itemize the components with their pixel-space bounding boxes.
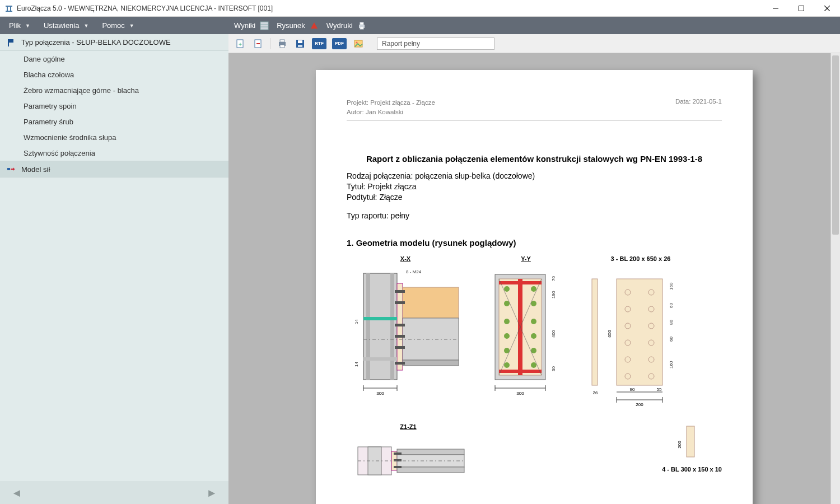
- svg-text:160: 160: [669, 361, 674, 368]
- svg-rect-45: [395, 346, 405, 349]
- topbar-drawing[interactable]: Rysunek: [277, 21, 319, 30]
- svg-rect-58: [499, 281, 542, 284]
- svg-text:200: 200: [636, 402, 643, 407]
- svg-point-66: [504, 333, 510, 339]
- svg-rect-19: [360, 27, 363, 29]
- menu-file[interactable]: Plik▼: [3, 19, 36, 32]
- svg-rect-44: [395, 335, 405, 338]
- svg-text:＋: ＋: [237, 41, 243, 47]
- svg-point-68: [504, 348, 510, 353]
- minimize-button[interactable]: [763, 0, 788, 17]
- svg-rect-113: [397, 449, 464, 455]
- svg-text:8 - M24: 8 - M24: [406, 269, 422, 274]
- remove-page-icon[interactable]: [252, 38, 264, 50]
- drawing-plate4: 200 4 - BL 300 x 150 x 10: [662, 423, 722, 478]
- scrollbar-thumb[interactable]: [832, 55, 839, 235]
- svg-text:14: 14: [354, 361, 359, 366]
- svg-text:190: 190: [551, 291, 556, 298]
- svg-text:650: 650: [607, 329, 612, 337]
- svg-text:30: 30: [551, 366, 556, 371]
- sidebar-item-endplate[interactable]: Blacha czołowa: [0, 67, 228, 82]
- image-icon[interactable]: [352, 38, 365, 50]
- sidebar-header-force-model[interactable]: Model sił: [0, 161, 228, 178]
- svg-text:14: 14: [354, 319, 359, 324]
- svg-text:80: 80: [669, 319, 674, 324]
- svg-rect-9: [8, 39, 13, 43]
- svg-rect-38: [403, 360, 459, 366]
- svg-text:400: 400: [551, 330, 556, 338]
- sidebar: Typ połączenia - SŁUP-BELKA DOCZOŁOWE Da…: [0, 34, 228, 482]
- topbar-results[interactable]: Wyniki: [234, 21, 269, 30]
- report-kind: Rodzaj połączenia: połączenia słup-belka…: [347, 171, 722, 180]
- svg-rect-0: [6, 6, 12, 7]
- svg-text:90: 90: [630, 387, 635, 392]
- document-viewport[interactable]: Projekt: Projekt złącza - Złącze Autor: …: [228, 53, 840, 504]
- sidebar-item-weld-params[interactable]: Parametry spoin: [0, 98, 228, 114]
- sidebar-item-web-reinforcement[interactable]: Wzmocnienie środnika słupa: [0, 129, 228, 145]
- window-title: EuroZłącza 5.0 - WEWNĘTRZNA, NIEKOMERCYJ…: [17, 4, 273, 12]
- maximize-button[interactable]: [788, 0, 814, 17]
- sidebar-item-bolt-params[interactable]: Parametry śrub: [0, 114, 228, 129]
- left-panel: Plik▼ Ustawienia▼ Pomoc▼ Typ połączenia …: [0, 17, 228, 504]
- export-pdf-button[interactable]: PDF: [332, 38, 347, 49]
- svg-text:26: 26: [593, 390, 598, 395]
- svg-rect-18: [360, 22, 363, 25]
- chevron-down-icon: ▼: [83, 23, 88, 29]
- svg-rect-84: [617, 279, 662, 385]
- sidebar-item-top-rib[interactable]: Żebro wzmacniające górne - blacha: [0, 82, 228, 98]
- drawing-icon: [310, 21, 319, 30]
- report-type-select[interactable]: Raport pełny: [377, 38, 494, 50]
- print-icon[interactable]: [276, 38, 288, 50]
- svg-text:60: 60: [669, 302, 674, 307]
- printer-icon: [357, 21, 366, 30]
- sidebar-item-stiffness[interactable]: Sztywność połączenia: [0, 145, 228, 161]
- drawing-plate3: 3 - BL 200 x 650 x 26 26: [587, 255, 694, 413]
- svg-text:300: 300: [376, 391, 384, 396]
- export-rtf-button[interactable]: RTF: [312, 38, 326, 49]
- svg-rect-39: [363, 317, 397, 320]
- drawing-z1z1: Z1-Z1: [347, 423, 470, 486]
- svg-rect-2: [10, 7, 11, 11]
- sidebar-item-general[interactable]: Dane ogólne: [0, 51, 228, 67]
- svg-point-71: [531, 362, 536, 368]
- menu-help[interactable]: Pomoc▼: [96, 19, 139, 32]
- svg-rect-5: [799, 6, 804, 11]
- vertical-scrollbar[interactable]: [830, 53, 840, 504]
- menu-settings[interactable]: Ustawienia▼: [38, 19, 95, 32]
- svg-point-69: [531, 348, 536, 353]
- report-project-title: Tytuł: Projekt złącza: [347, 182, 722, 191]
- svg-rect-1: [7, 7, 8, 11]
- save-icon[interactable]: [294, 38, 306, 50]
- sidebar-header-connection-type[interactable]: Typ połączenia - SŁUP-BELKA DOCZOŁOWE: [0, 34, 228, 51]
- new-page-icon[interactable]: ＋: [234, 38, 246, 50]
- page-header: Projekt: Projekt złącza - Złącze Autor: …: [347, 98, 722, 120]
- close-button[interactable]: [814, 0, 840, 17]
- svg-point-63: [531, 301, 536, 306]
- svg-rect-59: [499, 370, 542, 373]
- svg-rect-26: [280, 45, 284, 48]
- svg-rect-34: [390, 273, 394, 380]
- svg-rect-36: [403, 287, 459, 318]
- sidebar-section2-label: Model sił: [21, 165, 50, 174]
- svg-point-31: [356, 41, 357, 43]
- nav-next-icon[interactable]: ►: [206, 487, 217, 500]
- svg-text:70: 70: [551, 276, 556, 281]
- topbar-prints[interactable]: Wydruki: [326, 21, 366, 30]
- section-geometry: 1. Geometria modelu (rysunek poglądowy): [347, 238, 722, 248]
- chevron-down-icon: ▼: [25, 23, 30, 29]
- svg-rect-120: [687, 426, 694, 457]
- svg-rect-40: [363, 357, 397, 361]
- svg-point-65: [531, 319, 536, 324]
- svg-text:300: 300: [516, 391, 524, 396]
- titlebar: EuroZłącza 5.0 - WEWNĘTRZNA, NIEKOMERCYJ…: [0, 0, 840, 17]
- svg-rect-82: [592, 279, 598, 385]
- drawings-row-1: X-X: [347, 255, 722, 413]
- sidebar-header-label: Typ połączenia - SŁUP-BELKA DOCZOŁOWE: [21, 38, 171, 46]
- nav-prev-icon[interactable]: ◄: [11, 487, 22, 500]
- svg-point-67: [531, 333, 536, 339]
- svg-rect-42: [395, 301, 405, 304]
- svg-rect-46: [395, 362, 405, 365]
- svg-rect-33: [366, 273, 370, 380]
- svg-text:55: 55: [657, 387, 662, 392]
- chevron-down-icon: ▼: [129, 23, 134, 29]
